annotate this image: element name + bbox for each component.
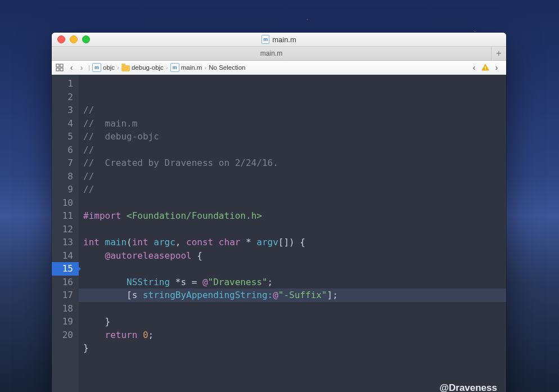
chevron-right-icon: ›	[115, 64, 121, 71]
line-number: 2	[61, 91, 73, 104]
code-line[interactable]: }	[83, 341, 506, 355]
code-line[interactable]	[83, 302, 506, 316]
svg-rect-2	[56, 68, 59, 71]
xcode-window: m main.m main.m + ‹ › | m	[52, 33, 506, 392]
line-number: 16	[61, 276, 73, 289]
tab-bar: main.m +	[52, 47, 506, 61]
code-editor[interactable]: 1234567891011121314151617181920 //// mai…	[52, 75, 506, 392]
related-items-icon[interactable]	[55, 63, 64, 72]
code-line[interactable]: #import <Foundation/Foundation.h>	[83, 209, 506, 223]
jumpbar-separator: |	[87, 64, 92, 71]
close-icon[interactable]	[57, 35, 65, 43]
line-number: 11	[61, 209, 73, 223]
line-number: 12	[61, 223, 73, 236]
code-line[interactable]	[83, 262, 506, 276]
line-number: 8	[61, 170, 73, 183]
code-line[interactable]: //	[83, 183, 506, 196]
issues-forward-button[interactable]: ›	[492, 63, 502, 72]
svg-rect-5	[485, 69, 485, 69]
desktop-background: m main.m main.m + ‹ › | m	[0, 0, 559, 392]
minimize-icon[interactable]	[70, 35, 78, 43]
titlebar: m main.m	[52, 33, 506, 47]
issues-back-button[interactable]: ‹	[469, 63, 479, 72]
jumpbar-label: main.m	[181, 64, 202, 71]
line-number: 3	[61, 103, 73, 117]
line-number-gutter: 1234567891011121314151617181920	[52, 75, 79, 392]
jumpbar-label: No Selection	[209, 64, 245, 71]
document-icon: m	[262, 35, 269, 43]
code-line[interactable]: //	[83, 170, 506, 183]
code-line[interactable]: //	[83, 143, 506, 157]
code-line[interactable]: NSString *s = @"Draveness";	[83, 276, 506, 289]
line-number: 5	[61, 130, 73, 143]
svg-rect-4	[485, 66, 485, 69]
new-tab-button[interactable]: +	[492, 47, 506, 60]
code-line[interactable]: // main.m	[83, 117, 506, 130]
line-number: 18	[61, 302, 73, 316]
chevron-right-icon: ›	[164, 64, 170, 71]
line-number: 17	[61, 289, 73, 302]
jumpbar-item-objc[interactable]: m objc	[92, 63, 115, 72]
code-area[interactable]: //// main.m// debug-objc//// Created by …	[79, 75, 506, 392]
line-number: 10	[61, 196, 73, 210]
file-m-icon: m	[92, 63, 101, 72]
jumpbar-item-no-selection[interactable]: No Selection	[208, 64, 246, 71]
svg-rect-1	[60, 64, 63, 67]
chevron-right-icon: ›	[202, 64, 208, 71]
line-number: 6	[61, 143, 73, 157]
line-number: 20	[61, 328, 73, 342]
code-line[interactable]	[83, 355, 506, 368]
line-number: 14	[61, 249, 73, 263]
line-number: 1	[61, 77, 73, 91]
jumpbar-item-main-m[interactable]: m main.m	[170, 63, 203, 72]
watermark: @Draveness	[439, 381, 497, 393]
folder-icon	[121, 65, 130, 71]
nav-back-button[interactable]: ‹	[66, 63, 76, 72]
code-line[interactable]	[83, 196, 506, 210]
line-number: 13	[61, 236, 73, 249]
jumpbar-label: debug-objc	[132, 64, 164, 71]
line-number: 9	[61, 183, 73, 196]
code-line[interactable]: return 0;	[83, 328, 506, 342]
zoom-icon[interactable]	[82, 35, 90, 43]
code-line[interactable]: // Created by Draveness on 2/24/16.	[83, 156, 506, 170]
code-line[interactable]: //	[83, 103, 506, 117]
line-number: 15	[52, 262, 79, 276]
window-title: m main.m	[52, 35, 506, 44]
line-number: 19	[61, 315, 73, 328]
nav-forward-button[interactable]: ›	[76, 63, 87, 72]
code-line[interactable]: @autoreleasepool {	[83, 249, 506, 263]
svg-rect-3	[60, 68, 63, 71]
code-line[interactable]: // debug-objc	[83, 130, 506, 143]
tab-main-m[interactable]: main.m	[52, 47, 492, 60]
warning-icon[interactable]	[481, 64, 489, 71]
file-m-icon: m	[170, 63, 179, 72]
traffic-lights	[52, 35, 90, 43]
line-number: 7	[61, 156, 73, 170]
code-line[interactable]: [s stringByAppendingString:@"-Suffix"];	[79, 289, 506, 302]
code-line[interactable]: int main(int argc, const char * argv[]) …	[83, 236, 506, 249]
line-number: 4	[61, 117, 73, 130]
jumpbar-item-debug-objc[interactable]: debug-objc	[121, 64, 164, 71]
svg-rect-0	[56, 64, 59, 67]
window-title-text: main.m	[272, 35, 296, 44]
jump-bar: ‹ › | m objc › debug-objc › m main.m ›	[52, 61, 506, 75]
code-line[interactable]: }	[83, 315, 506, 328]
code-line[interactable]	[83, 223, 506, 236]
jumpbar-label: objc	[103, 64, 115, 71]
tab-label: main.m	[260, 49, 282, 57]
